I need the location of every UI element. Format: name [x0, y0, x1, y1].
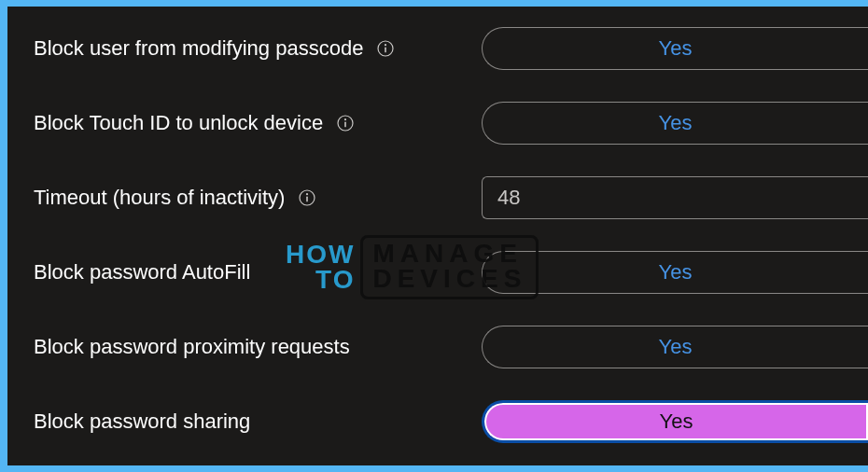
row-timeout: Timeout (hours of inactivity): [34, 174, 868, 221]
settings-panel: Block user from modifying passcode Yes B…: [7, 7, 868, 465]
svg-rect-5: [344, 121, 346, 127]
toggle-block-sharing[interactable]: Yes: [482, 400, 868, 443]
svg-rect-2: [385, 47, 387, 52]
label-block-autofill: Block password AutoFill: [34, 260, 482, 285]
label-text: Block password AutoFill: [34, 260, 250, 285]
label-text: Block user from modifying passcode: [34, 36, 363, 61]
control-timeout: [482, 176, 868, 219]
control-block-autofill: Yes: [482, 251, 868, 294]
timeout-input[interactable]: [482, 176, 868, 219]
label-timeout: Timeout (hours of inactivity): [34, 186, 482, 210]
toggle-block-touch-id[interactable]: Yes: [482, 102, 868, 145]
label-block-sharing: Block password sharing: [34, 410, 482, 434]
toggle-value: Yes: [659, 335, 693, 359]
info-icon[interactable]: [376, 39, 395, 58]
label-block-modify-passcode: Block user from modifying passcode: [34, 36, 482, 61]
toggle-value: Yes: [659, 111, 693, 135]
row-block-proximity: Block password proximity requests Yes: [34, 324, 868, 370]
toggle-value: Yes: [659, 36, 693, 61]
toggle-block-proximity[interactable]: Yes: [482, 326, 868, 368]
toggle-value: Yes: [660, 410, 693, 434]
control-block-touch-id: Yes: [482, 102, 868, 145]
svg-point-1: [385, 44, 386, 46]
toggle-value: Yes: [659, 260, 693, 285]
row-block-modify-passcode: Block user from modifying passcode Yes: [34, 25, 868, 72]
info-icon[interactable]: [298, 188, 316, 207]
info-icon[interactable]: [336, 114, 355, 132]
label-block-touch-id: Block Touch ID to unlock device: [34, 111, 482, 135]
control-block-modify-passcode: Yes: [482, 27, 868, 70]
control-block-proximity: Yes: [482, 326, 868, 368]
label-text: Block password proximity requests: [34, 335, 350, 359]
control-block-sharing: Yes: [482, 400, 868, 443]
row-block-autofill: Block password AutoFill Yes: [34, 249, 868, 296]
label-block-proximity: Block password proximity requests: [34, 335, 482, 359]
toggle-block-autofill[interactable]: Yes: [482, 251, 868, 294]
svg-point-4: [344, 118, 346, 120]
label-text: Block password sharing: [34, 410, 250, 434]
svg-point-7: [306, 193, 308, 195]
label-text: Timeout (hours of inactivity): [34, 186, 285, 210]
row-block-touch-id: Block Touch ID to unlock device Yes: [34, 100, 868, 146]
label-text: Block Touch ID to unlock device: [34, 111, 323, 135]
svg-rect-8: [307, 196, 309, 201]
row-block-sharing: Block password sharing Yes: [34, 398, 868, 445]
toggle-block-modify-passcode[interactable]: Yes: [482, 27, 868, 70]
